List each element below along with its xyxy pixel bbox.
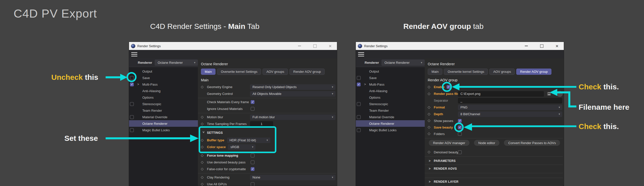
sidebar-item-save[interactable]: Save [129,75,198,81]
sidebar-item-options[interactable]: Options [356,94,425,101]
parameter-diamond-icon [201,168,203,170]
renderer-dropdown[interactable]: Octane Renderer [381,59,425,66]
sidebar-item-stereoscopic[interactable]: Stereoscopic [129,101,198,107]
sidebar-item-anti-aliasing[interactable]: Anti-Aliasing [356,88,425,94]
sidebar-item-multi-pass[interactable]: >Multi-Pass [129,81,198,88]
close-button[interactable] [327,42,333,50]
c4d-logo-icon [131,44,135,48]
stereoscopic-checkbox[interactable] [357,102,361,106]
tab-render-aov-group[interactable]: Render AOV group [516,69,551,75]
save-file-icon[interactable] [547,92,551,95]
tab-main[interactable]: Main [428,69,442,75]
row-ignore-unused: Ignore Unused Materials [201,105,336,112]
force-tone-mapping-checkbox[interactable] [251,154,254,157]
parameters-section-header[interactable]: > PARAMETERS [428,158,563,164]
sidebar-item-output[interactable]: Output [356,68,425,75]
folders-checkbox[interactable] [458,132,462,136]
row-false-color-cryptomatte: False-color for cryptomatte [201,166,336,172]
c4d-logo-icon [358,44,362,48]
browse-file-button[interactable] [557,91,563,97]
ignore-unused-checkbox[interactable] [251,107,254,111]
convert-render-passes-button[interactable]: Convert Render Passes to AOVs [504,140,560,146]
use-all-gpus-checkbox[interactable] [251,182,254,186]
render-aovs-section-header[interactable]: > RENDER AOVS [428,165,563,172]
denoised-beauty-checkbox[interactable] [458,150,462,154]
renderer-dropdown[interactable]: Octane Renderer [155,59,198,66]
buffer-type-dropdown[interactable]: HDR (Float 32-bit) [227,138,270,143]
divider [198,98,336,98]
sidebar-item-material-override[interactable]: Material Override [356,114,425,120]
tab-overwrite-kernel-settings[interactable]: Overwrite kernel Settings [217,69,261,75]
hamburger-menu-icon[interactable] [358,52,364,56]
tab-main[interactable]: Main [201,69,216,75]
titlebar[interactable]: Render Settings [129,42,337,50]
renderer-label: Renderer [365,61,379,65]
check-materials-checkbox[interactable] [251,100,254,104]
depth-dropdown[interactable]: 8 Bit/Channel [458,111,562,117]
use-denoised-beauty-checkbox[interactable] [251,160,254,164]
minimize-button[interactable] [296,42,303,50]
save-checkbox[interactable] [130,76,134,80]
render-layer-section-header[interactable]: > RENDER LAYER [428,178,563,185]
minimize-button[interactable] [523,42,530,50]
save-beauty-checkbox[interactable] [458,126,462,129]
separator-input[interactable]: _ [458,98,562,103]
titlebar[interactable]: Render Settings [356,42,564,50]
clay-rendering-dropdown[interactable]: None [250,175,335,180]
menu-bar [129,50,337,58]
divider [425,173,563,173]
multi-pass-checkbox[interactable] [357,83,361,86]
sidebar-item-save[interactable]: Save [356,75,425,81]
material-override-checkbox[interactable] [130,115,134,119]
format-dropdown[interactable]: PNG [458,105,562,110]
render-aov-manager-button[interactable]: Render AOV manager [429,140,469,146]
sidebar-item-stereoscopic[interactable]: Stereoscopic [356,101,425,107]
sidebar-item-material-override[interactable]: Material Override [129,114,198,120]
tab-aov-groups[interactable]: AOV groups [489,69,515,75]
enable-checkbox[interactable] [447,85,450,89]
geometry-control-dropdown[interactable]: All Objects Movable [250,91,335,97]
tab-aov-groups[interactable]: AOV groups [263,69,288,75]
sidebar-item-output[interactable]: Output [129,68,198,75]
parameter-diamond-icon [201,154,203,157]
multi-pass-checkbox[interactable] [130,83,134,86]
hamburger-menu-icon[interactable] [131,52,137,56]
sidebar-item-multi-pass[interactable]: >Multi-Pass [356,81,425,88]
sidebar-item-octane-renderer[interactable]: Octane Renderer [356,120,425,127]
color-space-dropdown[interactable]: sRGB [228,144,255,150]
geometry-engine-dropdown[interactable]: Resend Only Updated Objects [250,84,335,90]
sidebar-item-magic-bullet-looks[interactable]: Magic Bullet Looks [356,127,425,133]
magic-bullet-checkbox[interactable] [357,128,361,132]
expand-chevron-icon[interactable]: > [364,83,368,86]
sidebar-item-magic-bullet-looks[interactable]: Magic Bullet Looks [129,127,198,133]
render-pass-file-input[interactable]: C:\Export.png [458,91,544,97]
aov-buttons-row: Render AOV manager Node editor Convert R… [429,140,563,146]
motion-blur-dropdown[interactable]: Full motion blur [250,114,335,120]
parameter-diamond-icon [427,92,430,95]
sidebar-item-team-render[interactable]: Team Render [356,107,425,114]
save-checkbox[interactable] [357,76,361,80]
material-override-checkbox[interactable] [357,115,361,119]
sidebar-item-octane-renderer[interactable]: Octane Renderer [129,120,198,127]
settings-section-header[interactable]: > SETTINGS [201,130,336,136]
row-clay-rendering: Clay Rendering None [201,174,336,181]
maximize-button[interactable] [538,42,545,50]
magic-bullet-checkbox[interactable] [130,128,134,132]
annotation-check-this-bottom: Check this. [579,122,619,131]
annotation-filename-here: Filename here [579,103,629,111]
node-editor-button[interactable]: Node editor [474,140,499,146]
time-sampling-input[interactable]: 1 [250,121,273,127]
sidebar-item-team-render[interactable]: Team Render [129,107,198,114]
stereoscopic-checkbox[interactable] [130,102,134,106]
maximize-button[interactable] [312,42,318,50]
parameter-diamond-icon [201,122,203,125]
menu-bar [356,50,564,58]
sidebar-item-anti-aliasing[interactable]: Anti-Aliasing [129,88,198,94]
close-button[interactable] [554,42,560,50]
tab-render-aov-group[interactable]: Render AOV group [289,69,325,75]
sidebar-item-options[interactable]: Options [129,94,198,101]
expand-chevron-icon[interactable]: > [137,83,141,86]
tab-overwrite-kernel-settings[interactable]: Overwrite kernel Settings [444,69,488,75]
false-color-cryptomatte-checkbox[interactable] [251,167,254,171]
show-passes-checkbox[interactable] [458,119,462,123]
